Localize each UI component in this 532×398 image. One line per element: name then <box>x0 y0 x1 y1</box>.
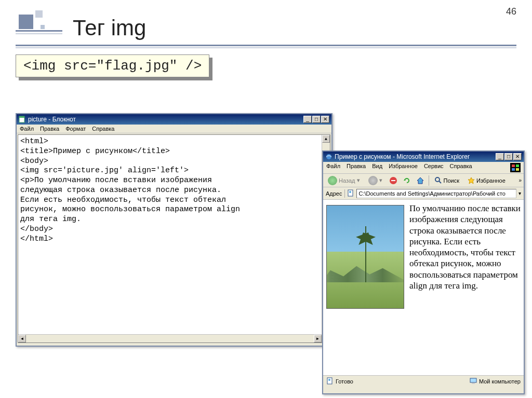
menu-edit[interactable]: Правка <box>347 163 366 172</box>
refresh-button[interactable] <box>402 175 412 186</box>
menu-help[interactable]: Справка <box>92 126 114 132</box>
forward-icon <box>368 176 378 185</box>
back-icon <box>328 176 337 185</box>
status-ready: Готово <box>336 378 353 385</box>
menu-bar: Файл Правка Вид Избранное Сервис Справка <box>323 162 524 174</box>
stop-button[interactable] <box>388 175 398 186</box>
minimize-button[interactable]: _ <box>496 153 504 160</box>
svg-rect-5 <box>516 164 519 167</box>
search-label: Поиск <box>444 177 459 184</box>
back-button[interactable]: Назад ▾ <box>325 175 363 186</box>
text-area[interactable]: <html> <title>Пример с рисунком</title> … <box>18 134 330 343</box>
menu-file[interactable]: Файл <box>326 163 340 172</box>
close-button[interactable]: ✕ <box>513 153 522 160</box>
windows-logo-icon <box>510 163 521 172</box>
chevron-right-icon[interactable]: » <box>518 177 522 183</box>
svg-rect-6 <box>512 168 515 171</box>
favorites-label: Избранное <box>476 177 506 184</box>
svg-rect-20 <box>472 383 475 384</box>
scroll-left-icon[interactable]: ◀ <box>18 335 26 342</box>
body-text: По умолчанию после вставки изображения с… <box>409 203 521 291</box>
status-bar: Готово Мой компьютер <box>323 375 524 387</box>
svg-rect-17 <box>327 378 332 384</box>
svg-point-18 <box>328 379 330 381</box>
window-title: Пример с рисунком - Microsoft Internet E… <box>335 153 496 160</box>
ie-icon <box>325 153 332 160</box>
window-title: picture - Блокнот <box>28 116 303 123</box>
star-icon <box>468 177 475 184</box>
divider <box>16 45 516 46</box>
minimize-button[interactable]: _ <box>303 116 312 123</box>
favorites-button[interactable]: Избранное <box>465 175 508 186</box>
menu-format[interactable]: Формат <box>65 126 86 132</box>
svg-point-2 <box>326 154 331 159</box>
divider <box>16 47 516 48</box>
titlebar[interactable]: Пример с рисунком - Microsoft Internet E… <box>323 152 524 162</box>
maximize-button[interactable]: □ <box>504 153 513 160</box>
svg-rect-19 <box>470 378 476 382</box>
page-icon <box>326 377 334 386</box>
menu-favorites[interactable]: Избранное <box>389 163 418 172</box>
computer-icon <box>470 377 477 386</box>
menu-help[interactable]: Справка <box>450 163 472 172</box>
svg-point-16 <box>349 191 351 193</box>
slide-logo <box>16 10 62 39</box>
status-zone: Мой компьютер <box>479 378 521 385</box>
menu-view[interactable]: Вид <box>372 163 382 172</box>
menu-bar: Файл Правка Формат Справка <box>17 125 331 133</box>
code-text: <img src="flag.jpg" /> <box>16 54 209 77</box>
svg-rect-9 <box>391 180 395 181</box>
svg-marker-14 <box>468 177 474 184</box>
address-bar: Адрес C:\Documents and Settings\Админист… <box>323 187 524 200</box>
maximize-button[interactable]: □ <box>312 116 321 123</box>
titlebar[interactable]: picture - Блокнот _ □ ✕ <box>17 114 331 125</box>
menu-tools[interactable]: Сервис <box>424 163 444 172</box>
address-label: Адрес <box>326 190 342 197</box>
close-button[interactable]: ✕ <box>321 116 329 123</box>
scroll-right-icon[interactable]: ▶ <box>314 335 322 342</box>
notepad-window: picture - Блокнот _ □ ✕ Файл Правка Форм… <box>16 113 332 347</box>
menu-edit[interactable]: Правка <box>40 126 59 132</box>
svg-point-12 <box>435 177 440 182</box>
page-number: 46 <box>506 6 516 17</box>
svg-marker-11 <box>417 177 423 184</box>
page-content: По умолчанию после вставки изображения с… <box>323 200 524 375</box>
ie-window: Пример с рисунком - Microsoft Internet E… <box>322 150 525 394</box>
svg-rect-4 <box>512 164 515 167</box>
embedded-image <box>326 205 404 309</box>
scroll-up-icon[interactable]: ▲ <box>322 135 330 143</box>
address-input[interactable]: C:\Documents and Settings\Администратор\… <box>356 189 517 198</box>
notepad-icon <box>19 116 26 123</box>
svg-rect-7 <box>516 168 519 171</box>
back-label: Назад <box>339 177 355 184</box>
scrollbar-horizontal[interactable]: ◀ ▶ <box>18 334 322 342</box>
slide-title: Тег img <box>73 16 516 40</box>
forward-button[interactable]: ▾ <box>366 175 385 186</box>
search-icon <box>435 177 442 184</box>
svg-rect-1 <box>19 116 24 118</box>
chevron-down-icon[interactable]: ▾ <box>518 190 521 196</box>
svg-rect-15 <box>348 190 353 196</box>
menu-file[interactable]: Файл <box>20 126 34 132</box>
search-button[interactable]: Поиск <box>432 175 462 186</box>
svg-line-13 <box>439 181 441 183</box>
chevron-down-icon: ▾ <box>379 177 382 184</box>
home-button[interactable] <box>415 175 425 186</box>
svg-rect-3 <box>510 163 521 172</box>
toolbar: Назад ▾ ▾ Поиск Избранн <box>323 174 524 187</box>
page-icon <box>347 189 354 198</box>
code-example: <img src="flag.jpg" /> <box>16 54 209 77</box>
chevron-down-icon: ▾ <box>357 177 360 184</box>
